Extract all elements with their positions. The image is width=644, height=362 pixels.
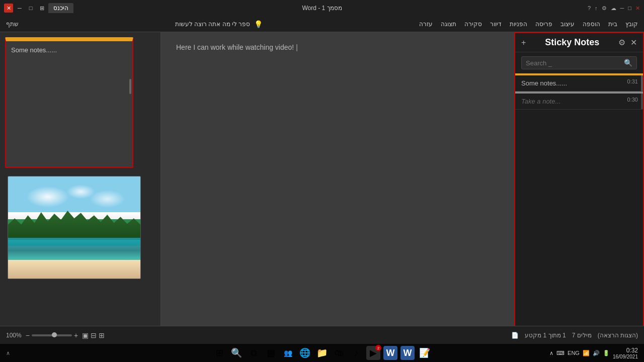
ribbon: שתף ספר לי מה אתה רוצה לעשות 💡 קובץ בית … <box>0 16 644 32</box>
taskbar-center: ⊞ 🔍 ⧉ ▦ 👥 🌐 📁 🛍 ♪ ▶ 2 W W 📝 <box>212 346 432 360</box>
search-input[interactable] <box>526 59 624 67</box>
edge-icon[interactable]: 🌐 <box>298 346 312 360</box>
menu-references[interactable]: הפניות <box>510 21 527 28</box>
slides-panel: Some notes...... <box>0 32 161 344</box>
slide-image[interactable] <box>8 176 141 279</box>
sticky-note-item-1[interactable]: 0:31 Some notes...... <box>515 73 643 92</box>
new-tab-button[interactable]: ⊞ <box>37 4 46 13</box>
page-info: 1 מתוך 1 מקטע <box>525 332 566 339</box>
sand <box>8 260 140 279</box>
taskbar-left: ∧ <box>6 350 10 356</box>
clock-time: 0:32 <box>613 347 638 354</box>
sticky-note-item-2[interactable]: 0:30 Take a note... <box>515 92 643 110</box>
active-tab[interactable]: היכנס <box>48 3 73 13</box>
help-icon: ? <box>588 5 591 11</box>
sticky-icon[interactable]: 📝 <box>418 346 432 360</box>
status-left: 100% − + ▣ ⊟ ⊞ <box>6 331 105 339</box>
slide-note[interactable]: Some notes...... <box>5 37 133 168</box>
note-text-2: Take a note... <box>521 98 637 105</box>
view-btn-2[interactable]: ⊟ <box>91 331 97 339</box>
word2-icon[interactable]: W <box>400 346 415 360</box>
minimize-button[interactable]: ─ <box>15 4 24 13</box>
zoom-area: − + <box>26 331 78 339</box>
taskbar: ∧ ⊞ 🔍 ⧉ ▦ 👥 🌐 📁 🛍 ♪ ▶ 2 W W 📝 ∧ ⌨ ENG 📶 … <box>0 344 644 362</box>
menu-file[interactable]: קובץ <box>625 21 638 28</box>
add-note-button[interactable]: + <box>521 38 526 47</box>
sticky-panel-actions: + <box>521 38 526 47</box>
close-panel-button[interactable]: ✕ <box>630 38 637 47</box>
search-icon[interactable]: 🔍 <box>229 346 244 360</box>
note-text-1: Some notes...... <box>521 79 637 87</box>
scroll-bar-2 <box>641 94 643 109</box>
sticky-panel-header: + Sticky Notes ⚙ ✕ <box>515 33 643 52</box>
sticky-panel: + Sticky Notes ⚙ ✕ 🔍 0:31 Some notes....… <box>514 32 644 344</box>
menu-insert[interactable]: הוספה <box>583 21 600 28</box>
tell-me-text[interactable]: ספר לי מה אתה רוצה לעשות <box>175 21 251 28</box>
menu-design[interactable]: עיצוב <box>560 21 575 28</box>
doc-text[interactable]: Here I can work while watching video! <box>176 43 294 51</box>
word-count: מילים 7 <box>572 332 592 339</box>
clock-date: 16/09/2021 <box>613 354 638 359</box>
menu-layout[interactable]: פריסה <box>535 21 552 28</box>
slide-note-text: Some notes...... <box>11 46 57 54</box>
sticky-panel-title: Sticky Notes <box>545 37 599 48</box>
sticky-search-bar[interactable]: 🔍 <box>521 56 637 69</box>
menu-help[interactable]: עזרה <box>419 21 433 28</box>
menu-review[interactable]: סקירה <box>464 21 482 28</box>
search-icon: 🔍 <box>624 59 632 67</box>
mountains <box>8 209 140 240</box>
cursor-icon: | <box>296 43 298 51</box>
zoom-in-button[interactable]: + <box>74 331 78 339</box>
window-title: Word - מסמך 1 <box>302 5 342 12</box>
maximize-sys[interactable]: □ <box>628 5 631 11</box>
word1-icon[interactable]: W <box>383 346 397 360</box>
settings-button[interactable]: ⚙ <box>618 38 625 47</box>
slide-scroll <box>129 79 131 94</box>
menu-mailing[interactable]: דיוור <box>490 21 502 28</box>
cloud-icon: ☁ <box>611 5 616 12</box>
taskview-icon[interactable]: ⧉ <box>247 346 261 360</box>
view-buttons: ▣ ⊟ ⊞ <box>82 331 105 339</box>
system-tray: ∧ ⌨ ENG 📶 🔊 🔋 <box>549 350 610 356</box>
settings-icon: ⚙ <box>602 5 607 12</box>
beach-background <box>8 176 140 279</box>
close-button[interactable]: ✕ <box>4 4 13 13</box>
store-icon[interactable]: 🛍 <box>332 346 346 360</box>
widgets-icon[interactable]: ▦ <box>264 346 278 360</box>
user-label[interactable]: שתף <box>6 21 19 28</box>
start-button-icon: ∧ <box>6 350 10 356</box>
doc-area: Here I can work while watching video! | <box>161 32 514 344</box>
window-controls: ✕ ─ □ ⊞ היכנס <box>4 3 73 13</box>
zoom-slider[interactable] <box>32 334 72 336</box>
sound-icon: 🔊 <box>593 350 600 356</box>
clock[interactable]: 0:32 16/09/2021 <box>613 347 638 359</box>
close-sys[interactable]: ✕ <box>635 5 640 12</box>
title-bar: ✕ ─ □ ⊞ היכנס Word - מסמך 1 ? ↑ ⚙ ☁ ─ □ … <box>0 0 644 16</box>
scroll-bar-1 <box>641 75 643 91</box>
status-bar: 100% − + ▣ ⊟ ⊞ (הצגות הרצאה) מילים 7 1 מ… <box>0 326 644 344</box>
teams-icon[interactable]: 👥 <box>281 346 295 360</box>
video-icon[interactable]: ▶ 2 <box>366 346 380 360</box>
tray-chevron[interactable]: ∧ <box>549 350 553 356</box>
water <box>8 238 140 263</box>
zoom-out-button[interactable]: − <box>26 331 30 339</box>
view-btn-3[interactable]: ⊞ <box>99 331 105 339</box>
minimize-sys[interactable]: ─ <box>620 5 624 11</box>
system-icons: ? ↑ ⚙ ☁ ─ □ ✕ <box>588 5 640 12</box>
status-right: (הצגות הרצאה) מילים 7 1 מתוך 1 מקטע 📄 <box>511 332 638 339</box>
restore-button[interactable]: □ <box>26 4 35 13</box>
keyboard-icon: ⌨ <box>556 350 565 356</box>
bulb-icon: 💡 <box>254 20 263 28</box>
menu-home[interactable]: בית <box>608 21 617 28</box>
note-time-2: 0:30 <box>627 97 638 103</box>
menu-items: קובץ בית הוספה עיצוב פריסה הפניות דיוור … <box>419 21 638 28</box>
spotify-icon[interactable]: ♪ <box>349 346 363 360</box>
doc-header: Here I can work while watching video! | <box>161 32 514 56</box>
explorer-icon[interactable]: 📁 <box>315 346 329 360</box>
view-btn-1[interactable]: ▣ <box>82 331 89 339</box>
ribbon-left: שתף <box>6 21 19 28</box>
page-icon: 📄 <box>511 332 519 339</box>
start-icon[interactable]: ⊞ <box>212 346 226 360</box>
zoom-percent: 100% <box>6 332 22 339</box>
menu-view[interactable]: תצוגה <box>441 21 456 28</box>
